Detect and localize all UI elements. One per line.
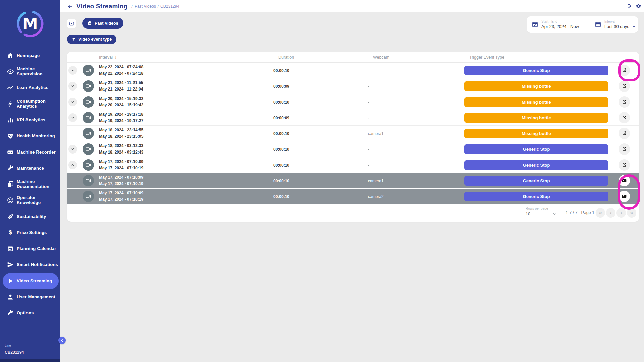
event-type-badge: Missing bottle: [464, 81, 608, 91]
sidebar-item-machine-supervision[interactable]: Machine Supervision: [3, 64, 59, 80]
webcam-value: camera1: [368, 179, 384, 183]
column-header-interval[interactable]: Interval↓: [99, 55, 278, 60]
sidebar-item-label: Options: [17, 311, 34, 316]
videocam-icon: [85, 162, 91, 168]
webcam-cell: camera2: [368, 193, 464, 199]
sidebar-item-planning-calendar[interactable]: Planning Calendar: [3, 241, 59, 257]
interval-cell: May 18, 2024 - 03:12:33May 18, 2024 - 03…: [99, 143, 273, 155]
sidebar-item-price-settings[interactable]: $Price Settings: [3, 225, 59, 241]
sidebar-item-machine-recorder[interactable]: Machine Recorder: [3, 144, 59, 160]
videocam-icon: [85, 193, 91, 199]
sidebar-item-kpi-analytics[interactable]: KPI Analytics: [3, 112, 59, 128]
expander-slot: [68, 129, 77, 138]
live-videos-tab[interactable]: [67, 19, 76, 28]
sidebar-item-options[interactable]: Options: [3, 305, 59, 321]
sidebar-footer: Line CB231294: [0, 344, 60, 359]
webcam-value: -: [368, 163, 369, 168]
home-icon: [7, 52, 14, 59]
webcam-cell: -: [368, 115, 464, 121]
interval-start: May 21, 2024 - 11:21:55: [99, 80, 273, 86]
picture-in-picture-button[interactable]: [619, 175, 630, 186]
webcam-cell: camera1: [368, 178, 464, 184]
interval-start: May 18, 2024 - 23:14:55: [99, 127, 273, 133]
collapse-row-button[interactable]: [68, 161, 77, 169]
open-in-new-icon: [622, 146, 627, 152]
interval-value: Last 30 days: [604, 24, 629, 29]
sidebar-item-user-management[interactable]: User Management: [3, 289, 59, 305]
event-type-badge: Generic Stop: [464, 144, 608, 154]
settings-button[interactable]: [636, 3, 641, 9]
videocam-icon: [85, 130, 91, 136]
dollar-icon: $: [7, 229, 14, 236]
breadcrumb: / Past Videos / CB231294: [132, 4, 179, 9]
expand-row-button[interactable]: [68, 66, 77, 75]
logout-button[interactable]: [627, 3, 632, 9]
expand-row-button[interactable]: [68, 113, 77, 122]
sidebar-item-homepage[interactable]: Homepage: [3, 48, 59, 64]
sidebar-item-consumption-analytics[interactable]: Consumption Analytics: [3, 96, 59, 112]
chevron-down-icon: [71, 68, 75, 72]
expand-row-button[interactable]: [68, 145, 77, 154]
sidebar-item-operator-knowledge[interactable]: Operator Knowledge: [3, 192, 59, 208]
sidebar-item-smart-notifications[interactable]: Smart Notifications: [3, 257, 59, 273]
interval-start: May 17, 2024 - 07:10:09: [99, 174, 273, 181]
open-video-button[interactable]: [619, 159, 630, 171]
video-event-type-filter-button[interactable]: Video event type: [67, 35, 116, 44]
event-type-badge: Missing bottle: [464, 113, 608, 123]
picture-in-picture-button[interactable]: [619, 191, 630, 202]
open-video-button[interactable]: [619, 143, 630, 155]
logo-ring-icon: M: [15, 8, 46, 39]
sidebar-item-health-monitoring[interactable]: Health Monitoring: [3, 128, 59, 144]
sidebar-item-machine-documentation[interactable]: Machine Documentation: [3, 176, 59, 192]
prev-page-button[interactable]: ‹: [606, 208, 615, 218]
last-page-button[interactable]: »: [627, 208, 636, 218]
event-type-cell: Generic Stop: [464, 192, 608, 201]
sidebar-item-maintenance[interactable]: Maintenance: [3, 160, 59, 176]
sidebar-item-sustainability[interactable]: Sustainability: [3, 208, 59, 225]
open-video-button[interactable]: [619, 112, 630, 123]
table-row: May 17, 2024 - 07:10:09May 17, 2024 - 07…: [67, 157, 639, 173]
open-in-new-icon: [622, 83, 627, 89]
interval-cell: May 17, 2024 - 07:10:09May 17, 2024 - 07…: [99, 174, 273, 187]
date-range-picker[interactable]: Start - End Apr 23, 2024 - Now: [527, 16, 590, 33]
interval-end: May 17, 2024 - 07:10:19: [99, 181, 273, 187]
date-range-label: Start - End: [541, 20, 579, 23]
column-header-webcam[interactable]: Webcam: [373, 55, 469, 60]
open-in-new-icon: [622, 68, 627, 73]
pagination-buttons: «‹›»: [596, 208, 636, 218]
expander-slot: [68, 82, 77, 90]
webcam-cell: -: [368, 83, 464, 89]
sidebar-item-lean-analytics[interactable]: Lean Analytics: [3, 80, 59, 96]
interval-select[interactable]: Interval Last 30 days: [590, 16, 636, 33]
eye-icon: [7, 68, 14, 75]
sidebar-collapse-button[interactable]: [58, 337, 66, 344]
column-header-trigger-event-type[interactable]: Trigger Event Type: [469, 55, 613, 60]
chevron-up-icon: [71, 163, 75, 167]
expand-row-button[interactable]: [68, 98, 77, 106]
duration-value: 00:00:10: [273, 68, 289, 73]
open-video-button[interactable]: [619, 65, 630, 76]
sidebar-item-label: Sustainability: [17, 214, 46, 219]
sidebar-item-label: Health Monitoring: [17, 134, 55, 139]
column-header-duration[interactable]: Duration: [278, 55, 373, 60]
interval-start: May 18, 2024 - 03:12:33: [99, 143, 273, 149]
expand-row-button[interactable]: [68, 82, 77, 90]
open-video-button[interactable]: [619, 96, 630, 108]
table-row: May 22, 2024 - 07:24:08May 22, 2024 - 07…: [67, 63, 639, 78]
open-video-button[interactable]: [619, 80, 630, 92]
breadcrumb-machine-id[interactable]: CB231294: [160, 4, 179, 9]
back-button[interactable]: [67, 3, 73, 9]
chevron-down-icon: [71, 116, 75, 120]
date-range-value: Apr 23, 2024 - Now: [541, 24, 579, 29]
sidebar-item-video-streaming[interactable]: Video Streaming: [3, 273, 59, 289]
next-page-button[interactable]: ›: [616, 208, 626, 218]
first-page-button[interactable]: «: [596, 208, 605, 218]
expander-slot: [68, 176, 77, 185]
breadcrumb-past-videos[interactable]: Past Videos: [135, 4, 156, 9]
past-videos-tab[interactable]: Past Videos: [82, 18, 123, 29]
sidebar-item-label: Smart Notifications: [17, 262, 58, 267]
line-value: CB231294: [5, 350, 60, 355]
open-video-button[interactable]: [619, 128, 630, 139]
duration-cell: 00:00:10: [273, 146, 368, 152]
rows-per-page-select[interactable]: Rows per page 10: [526, 207, 556, 216]
